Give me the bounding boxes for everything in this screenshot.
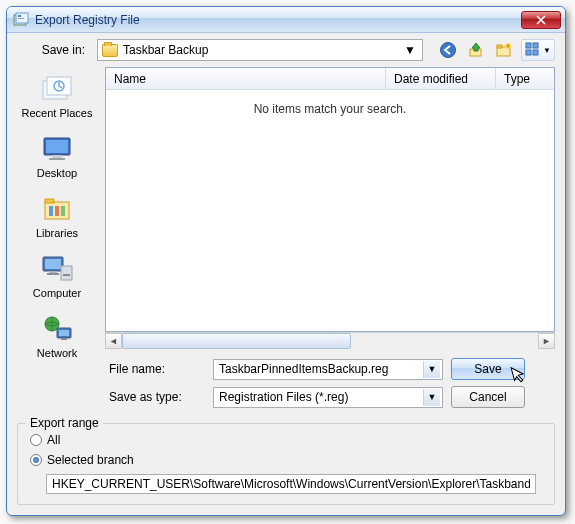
radio-selected-branch-row[interactable]: Selected branch [28,450,544,470]
save-in-folder-name: Taskbar Backup [123,43,397,57]
svg-rect-34 [61,338,67,340]
svg-rect-12 [533,50,538,55]
folder-icon [102,44,118,57]
desktop-icon [39,133,75,165]
scroll-thumb[interactable] [122,333,351,349]
branch-path-input[interactable] [46,474,536,494]
file-listview[interactable]: Name Date modified Type No items match y… [105,67,555,332]
window-title: Export Registry File [35,13,140,27]
svg-rect-10 [533,43,538,48]
svg-rect-23 [55,206,59,216]
svg-rect-24 [61,206,65,216]
svg-rect-19 [49,158,65,160]
cancel-button-label: Cancel [469,390,506,404]
radio-all-label: All [47,433,60,447]
radio-selected-branch-label: Selected branch [47,453,134,467]
filename-combo[interactable]: ▼ [213,359,443,380]
close-button[interactable] [521,11,561,29]
svg-rect-22 [49,206,53,216]
save-in-label: Save in: [21,43,91,57]
network-icon [39,313,75,345]
listview-body: No items match your search. [106,90,554,331]
save-in-row: Save in: Taskbar Backup ▼ ▼ [7,33,565,67]
export-range-group: Export range All Selected branch [17,423,555,505]
export-range-legend: Export range [26,416,103,430]
places-label: Network [37,347,77,359]
svg-rect-7 [497,45,502,48]
svg-rect-11 [526,50,531,55]
views-button[interactable]: ▼ [521,39,555,61]
save-button[interactable]: Save [451,358,525,380]
save-button-label: Save [474,362,501,376]
svg-rect-29 [61,266,72,280]
libraries-icon [39,193,75,225]
chevron-down-icon[interactable]: ▼ [402,43,418,57]
cursor-icon [510,363,528,384]
saveastype-combo[interactable]: Registration Files (*.reg) ▼ [213,387,443,408]
computer-icon [39,253,75,285]
svg-rect-28 [47,273,59,275]
save-in-combo[interactable]: Taskbar Backup ▼ [97,39,423,61]
places-label: Desktop [37,167,77,179]
up-one-level-button[interactable] [465,39,487,61]
places-libraries[interactable]: Libraries [13,189,101,243]
svg-rect-21 [45,199,54,203]
places-desktop[interactable]: Desktop [13,129,101,183]
places-computer[interactable]: Computer [13,249,101,303]
regedit-icon [13,12,29,28]
svg-rect-30 [63,274,70,276]
radio-selected-branch[interactable] [30,454,42,466]
svg-rect-2 [18,15,21,17]
saveastype-value: Registration Files (*.reg) [219,390,423,404]
recent-places-icon [39,73,75,105]
chevron-down-icon[interactable]: ▼ [423,361,440,378]
places-label: Computer [33,287,81,299]
horizontal-scrollbar[interactable]: ◄ ► [105,332,555,349]
saveastype-label: Save as type: [105,390,205,404]
places-network[interactable]: Network [13,309,101,363]
scroll-track[interactable] [122,333,538,349]
column-date[interactable]: Date modified [386,68,496,89]
places-label: Recent Places [22,107,93,119]
places-bar: Recent Places Desktop Libraries Computer [13,67,101,421]
back-button[interactable] [437,39,459,61]
scroll-left-arrow[interactable]: ◄ [105,333,122,349]
column-type[interactable]: Type [496,68,554,89]
svg-rect-26 [45,259,61,269]
svg-rect-18 [52,155,62,158]
svg-rect-3 [18,18,24,19]
svg-point-4 [441,43,456,58]
svg-rect-17 [46,140,68,153]
svg-rect-33 [59,330,69,336]
cancel-button[interactable]: Cancel [451,386,525,408]
radio-all[interactable] [30,434,42,446]
svg-rect-27 [49,271,57,273]
listview-header: Name Date modified Type [106,68,554,90]
new-folder-button[interactable] [493,39,515,61]
filename-label: File name: [105,362,205,376]
column-name[interactable]: Name [106,68,386,89]
places-label: Libraries [36,227,78,239]
filename-input[interactable] [219,361,423,378]
radio-all-row[interactable]: All [28,430,544,450]
empty-message: No items match your search. [254,102,407,116]
scroll-right-arrow[interactable]: ► [538,333,555,349]
chevron-down-icon[interactable]: ▼ [423,389,440,406]
nav-toolbar: ▼ [429,39,555,61]
places-recent[interactable]: Recent Places [13,69,101,123]
titlebar[interactable]: Export Registry File [7,7,565,33]
svg-rect-9 [526,43,531,48]
export-registry-dialog: Export Registry File Save in: Taskbar Ba… [6,6,566,516]
